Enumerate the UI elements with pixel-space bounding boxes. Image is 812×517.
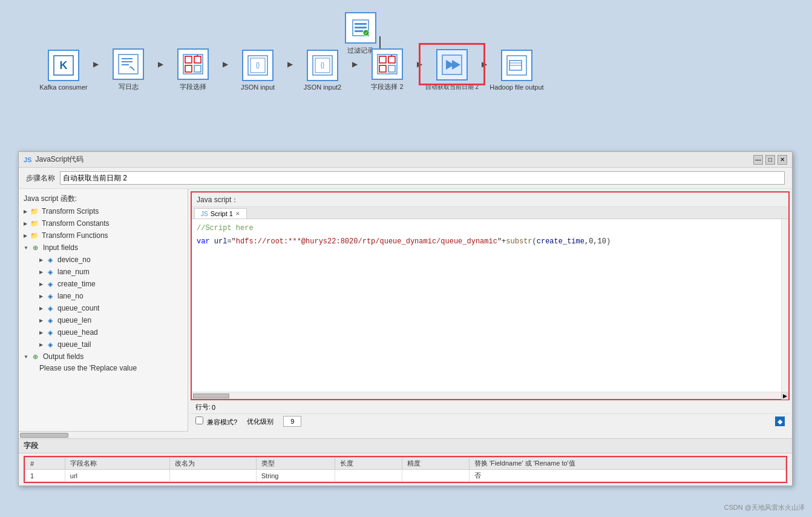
tree-label-transform-scripts: Transform Scripts <box>42 207 99 216</box>
minimize-button[interactable]: — <box>753 155 763 165</box>
node-log[interactable]: 写日志 <box>101 48 156 91</box>
tree-item-transform-constants[interactable]: ▶ 📁 Transform Constants <box>19 217 188 229</box>
step-name-label: 步骤名称 <box>26 173 55 183</box>
opt-level-label: 优化级别 <box>247 417 273 426</box>
folder-icon-functions: 📁 <box>30 231 39 240</box>
svg-rect-30 <box>388 65 395 72</box>
field-blue-icon-qcount: ◈ <box>45 303 55 313</box>
tree-arrow-constants: ▶ <box>24 221 27 226</box>
script-tab-1[interactable]: JS Script 1 ✕ <box>194 208 247 219</box>
tree-item-input-fields[interactable]: ▼ ⊕ Input fields <box>19 242 188 254</box>
compat-mode-checkbox[interactable] <box>195 417 203 424</box>
col-precision: 精度 <box>402 458 469 470</box>
tree-item-queue-tail[interactable]: ▶ ◈ queue_tail <box>19 338 188 351</box>
fields-table-wrapper: # 字段名称 改名为 类型 长度 精度 替换 'Fieldname' 或 'Re… <box>24 456 787 483</box>
dialog-icon: JS <box>24 156 31 163</box>
tree-label-queue-count: queue_count <box>57 304 99 312</box>
node-json-input2[interactable]: {} JSON input2 <box>295 50 350 91</box>
node-hadoop-output[interactable]: Hadoop file output <box>489 50 544 91</box>
script-tab-label: Script 1 <box>211 210 233 217</box>
svg-rect-17 <box>185 65 192 72</box>
left-panel-hscrollbar[interactable] <box>19 431 188 438</box>
step-name-input[interactable] <box>60 171 785 185</box>
node-field-select-label: 字段选择 <box>180 82 206 91</box>
tree-item-queue-len[interactable]: ▶ ◈ queue_len <box>19 314 188 326</box>
svg-rect-9 <box>122 58 133 59</box>
left-panel-title: Java script 函数: <box>19 191 188 205</box>
script-string-hdfs: hdfs://root: <box>236 237 288 246</box>
tree-arrow-functions: ▶ <box>24 233 27 239</box>
cell-rename <box>170 470 256 482</box>
node-json-input2-label: JSON input2 <box>304 84 341 91</box>
tree-arrow-scripts: ▶ <box>24 209 27 214</box>
maximize-button[interactable]: □ <box>765 155 775 165</box>
options-info-button[interactable]: ◆ <box>775 417 785 426</box>
svg-text:{}: {} <box>321 62 325 68</box>
svg-rect-29 <box>379 65 386 72</box>
script-function-substr: substr <box>506 237 532 246</box>
node-field-select[interactable]: 字段选择 <box>166 48 220 91</box>
svg-text:K: K <box>60 59 68 71</box>
script-scrollbar-bottom[interactable]: ▶ <box>192 392 788 399</box>
node-json-input[interactable]: {} JSON input <box>231 50 285 91</box>
tree-item-queue-head[interactable]: ▶ ◈ queue_head <box>19 326 188 338</box>
node-auto-date2-label: 自动获取当前日期 2 <box>425 83 479 91</box>
field-blue-icon-laneno: ◈ <box>45 291 55 301</box>
dialog-window-controls: — □ ✕ <box>753 155 787 165</box>
line-num-label: 行号: <box>195 403 211 412</box>
col-replace: 替换 'Fieldname' 或 'Rename to'值 <box>469 458 785 470</box>
close-button[interactable]: ✕ <box>778 155 787 165</box>
tree-label-create-time: create_time <box>57 280 96 288</box>
line-number-row: 行号: 0 <box>191 400 790 413</box>
script-tab-icon: JS <box>201 211 208 217</box>
arrow-4 <box>287 60 293 68</box>
tree-arrow-output: ▼ <box>24 354 28 360</box>
options-info-icon: ◆ <box>778 418 782 426</box>
tree-item-transform-functions[interactable]: ▶ 📁 Transform Functions <box>19 229 188 242</box>
tree-item-create-time[interactable]: ▶ ◈ create_time <box>19 278 188 290</box>
svg-text:✓: ✓ <box>364 30 368 36</box>
pipeline-area: ✓ 过滤记录 ▼ K Kafka consumer <box>0 0 812 157</box>
tree-item-replace-value: Please use the 'Replace value <box>19 363 188 374</box>
node-hadoop-output-label: Hadoop file output <box>489 84 543 91</box>
tree-item-transform-scripts[interactable]: ▶ 📁 Transform Scripts <box>19 205 188 217</box>
svg-rect-2 <box>355 27 367 28</box>
opt-level-input[interactable] <box>283 416 301 427</box>
svg-rect-11 <box>122 64 129 65</box>
node-field-select2[interactable]: 字段选择 2 <box>360 48 414 91</box>
tree-arrow-qlen: ▶ <box>39 318 43 323</box>
scroll-right-arrow[interactable]: ▶ <box>781 392 788 400</box>
tree-item-queue-count[interactable]: ▶ ◈ queue_count <box>19 302 188 314</box>
field-blue-icon-create: ◈ <box>45 279 55 289</box>
table-row[interactable]: 1 url String 否 <box>25 470 786 482</box>
tree-label-device-no: device_no <box>57 255 91 264</box>
script-scrollbar-right[interactable] <box>781 219 788 392</box>
field-blue-icon-qlen: ◈ <box>45 315 55 325</box>
dialog-titlebar: JS JavaScript代码 — □ ✕ <box>19 152 792 168</box>
tree-item-lane-no[interactable]: ▶ ◈ lane_no <box>19 290 188 302</box>
field-green-icon-output: ⊕ <box>31 352 41 361</box>
script-editor[interactable]: //Script here var url="hdfs://root:***@h… <box>192 219 788 392</box>
svg-rect-16 <box>194 56 201 63</box>
fields-table-header-row: # 字段名称 改名为 类型 长度 精度 替换 'Fieldname' 或 'Re… <box>25 458 786 470</box>
tree-item-device-no[interactable]: ▶ ◈ device_no <box>19 254 188 266</box>
script-tab-close-icon[interactable]: ✕ <box>235 211 240 217</box>
field-blue-icon-device: ◈ <box>45 255 55 265</box>
node-auto-date2[interactable]: 自动获取当前日期 2 <box>425 49 479 91</box>
tree-label-queue-tail: queue_tail <box>57 340 91 349</box>
tree-item-output-fields[interactable]: ▼ ⊕ Output fields <box>19 351 188 363</box>
dialog-title-text: JavaScript代码 <box>35 154 83 165</box>
svg-rect-3 <box>355 30 363 32</box>
dialog-title-group: JS JavaScript代码 <box>24 154 84 165</box>
tree-item-lane-num[interactable]: ▶ ◈ lane_num <box>19 266 188 278</box>
svg-rect-10 <box>122 61 133 62</box>
arrow-5 <box>352 60 358 68</box>
node-kafka[interactable]: K Kafka consumer <box>36 50 91 91</box>
arrow-3 <box>223 60 228 68</box>
main-content: Java script 函数: ▶ 📁 Transform Scripts ▶ … <box>19 189 792 431</box>
node-json-input-label: JSON input <box>241 84 275 91</box>
tree-label-transform-constants: Transform Constants <box>42 219 110 228</box>
col-length: 长度 <box>335 458 402 470</box>
script-param-create: create_time <box>537 237 584 246</box>
tree-label-lane-no: lane_no <box>57 292 83 300</box>
